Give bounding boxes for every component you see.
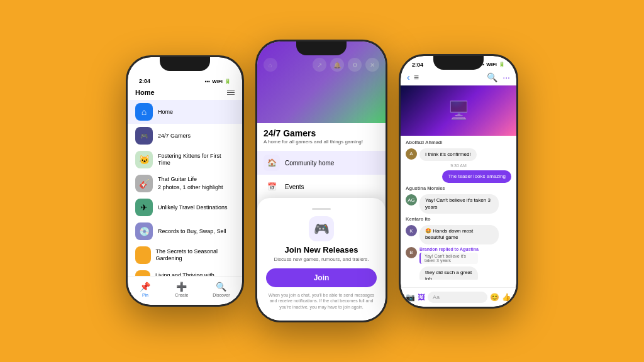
avatar-brandon: B	[406, 247, 417, 258]
msg-agustina: AG Yay! Can't believe it's taken 3 years	[406, 194, 511, 214]
phone-2-content: ⌂ ↗ 🔔 ⚙ ✕ 24/7 Gamers A home for all gam…	[257, 41, 386, 321]
p3-search-icon[interactable]: 🔍	[487, 72, 497, 82]
bubble-confirmed: I think it's confirmed!	[419, 148, 477, 161]
image-icon[interactable]: 🖼	[418, 293, 425, 302]
group-info: 24/7 Gamers A home for all gamers and al…	[257, 123, 386, 150]
emoji-icon[interactable]: 😊	[490, 293, 499, 302]
bubble-kentaro: 🤩 Hands down most beautiful game	[419, 225, 499, 244]
phone-3-content: 2:04 ▪▪▪ WiFi 🔋 ‹ ≡ 🔍 ···	[401, 56, 516, 307]
chat-input[interactable]: Aa	[428, 292, 487, 303]
sidebar-label-travel: Unlikely Travel Destinations	[158, 204, 228, 211]
gamers-icon: 🎮	[135, 127, 153, 145]
avatar-abolfazl: A	[406, 148, 417, 160]
phone-1-content: 2:04 ▪▪▪ WiFi 🔋 Home	[128, 57, 242, 305]
sidebar-item-home[interactable]: ⌂ Home	[128, 100, 242, 124]
phone-1-nav-title: Home	[135, 89, 155, 96]
bubble-brandon: they did such a great job	[419, 266, 478, 280]
gardening-icon	[135, 246, 151, 264]
sidebar-label-guitar: That Guitar Life	[158, 176, 223, 183]
camera-icon[interactable]: 📷	[406, 293, 415, 302]
community-home-icon: 🏠	[264, 155, 280, 171]
guitar-text-group: That Guitar Life 2 photos, 1 other highl…	[158, 176, 223, 191]
p3-wifi-icon: WiFi	[486, 62, 497, 67]
phone-3: 2:04 ▪▪▪ WiFi 🔋 ‹ ≡ 🔍 ···	[399, 54, 518, 309]
sidebar-item-guitar[interactable]: 🎸 That Guitar Life 2 photos, 1 other hig…	[128, 172, 242, 195]
timestamp-930: 9:30 AM	[406, 163, 511, 168]
like-icon[interactable]: 👍	[502, 293, 511, 302]
reply-author-label: Brandon replied to Agustina	[419, 247, 497, 251]
sidebar-item-records[interactable]: 💿 Records to Buy, Swap, Sell	[128, 219, 242, 243]
phone-1-notch	[160, 57, 210, 71]
avatar-agustina: AG	[406, 194, 417, 206]
hamburger-menu-icon[interactable]	[227, 90, 235, 96]
sender-name-kentaro: Kentaro Ito	[406, 216, 511, 222]
gamepad-icon: 🎮	[314, 221, 330, 236]
sidebar-item-kittens[interactable]: 🐱 Fostering Kittens for First Time	[128, 148, 242, 172]
group-name: 24/7 Gamers	[264, 128, 379, 138]
msg-abolfazl: A I think it's confirmed!	[406, 148, 511, 161]
bubble-teaser: The teaser looks amazing	[442, 170, 511, 183]
avatar-kentaro: K	[406, 225, 417, 236]
phones-container: 2:04 ▪▪▪ WiFi 🔋 Home	[0, 0, 644, 362]
modal-desc: Discuss new games, rumours, and trailers…	[266, 256, 377, 262]
modal-footer-text: When you join a chat, you'll be able to …	[266, 292, 377, 310]
chat-input-placeholder: Aa	[433, 294, 440, 300]
bubble-agustina: Yay! Can't believe it's taken 3 years	[419, 194, 499, 214]
sidebar-label-home: Home	[158, 109, 173, 116]
sidebar-item-travel[interactable]: ✈ Unlikely Travel Destinations	[128, 195, 242, 219]
p3-menu-icon[interactable]: ≡	[414, 72, 419, 82]
hero-image: 🖥️	[401, 85, 516, 136]
sidebar-label-kittens: Fostering Kittens for First Time	[158, 153, 235, 167]
modal-title: Join New Releases	[266, 245, 377, 255]
modal-drag-handle[interactable]	[312, 208, 331, 210]
tab-discover[interactable]: 🔍 Discover	[213, 282, 230, 297]
chat-input-bar: 📷 🖼 Aa 😊 👍	[401, 287, 516, 307]
group-desc: A home for all gamers and all things gam…	[264, 139, 379, 145]
back-button[interactable]: ‹	[407, 72, 410, 82]
sender-name-agustina: Agustina Morales	[406, 185, 511, 191]
phone-2-screen: ⌂ ↗ 🔔 ⚙ ✕ 24/7 Gamers A home for all gam…	[257, 41, 386, 321]
chat-messages: Abolfazl Ahmadi A I think it's confirmed…	[401, 136, 516, 280]
sender-name-abolfazl: Abolfazl Ahmadi	[406, 140, 511, 145]
p3-actions: 🔍 ···	[487, 72, 510, 82]
join-button[interactable]: Join	[266, 268, 377, 287]
pin-icon: 📌	[140, 282, 150, 292]
sidebar-list: ⌂ Home 🎮 24/7 Gamers 🐱	[128, 100, 242, 291]
create-icon: ➕	[176, 282, 187, 292]
events-icon: 📅	[264, 178, 280, 195]
modal-game-icon: 🎮	[309, 216, 334, 241]
phone-2-notch	[296, 41, 347, 55]
sidebar-label-records: Records to Buy, Swap, Sell	[158, 228, 226, 235]
p3-more-icon[interactable]: ···	[502, 72, 510, 82]
phone-1-time: 2:04	[139, 78, 150, 84]
kittens-icon: 🐱	[135, 151, 153, 168]
phone-3-notch	[433, 56, 484, 70]
tab-pin[interactable]: 📌 Pin	[140, 282, 150, 297]
tab-create[interactable]: ➕ Create	[175, 282, 188, 297]
brandon-msg-group: Brandon replied to Agustina Yay! Can't b…	[419, 247, 497, 280]
menu-item-community[interactable]: 🏠 Community home	[257, 151, 386, 175]
discover-icon: 🔍	[216, 282, 226, 292]
menu-label-community: Community home	[285, 160, 334, 167]
sidebar-item-gardening[interactable]: The Secrets to Seasonal Gardening	[128, 243, 242, 267]
phone-3-screen: 2:04 ▪▪▪ WiFi 🔋 ‹ ≡ 🔍 ···	[401, 56, 516, 307]
phone-1-bottom-tabs: 📌 Pin ➕ Create 🔍 Discover	[128, 276, 242, 305]
reply-bubble: Yay! Can't believe it's taken 3 years	[419, 253, 478, 264]
sidebar-sub-guitar: 2 photos, 1 other highlight	[158, 184, 223, 191]
phone-2: ⌂ ↗ 🔔 ⚙ ✕ 24/7 Gamers A home for all gam…	[255, 40, 387, 322]
phone-1-status-icons: ▪▪▪ WiFi 🔋	[205, 79, 231, 84]
phone-1-status-bar: 2:04 ▪▪▪ WiFi 🔋	[128, 72, 242, 86]
home-icon: ⌂	[135, 103, 153, 121]
sidebar-label-gardening: The Secrets to Seasonal Gardening	[156, 248, 235, 262]
menu-label-events: Events	[285, 184, 304, 190]
p3-battery-icon: 🔋	[499, 62, 505, 67]
tab-discover-label: Discover	[213, 293, 230, 297]
tab-pin-label: Pin	[142, 293, 148, 297]
phone-3-header: ‹ ≡ 🔍 ···	[401, 70, 516, 85]
phone-1-nav: Home	[128, 86, 242, 100]
menu-item-events[interactable]: 📅 Events	[257, 175, 386, 199]
phone-1: 2:04 ▪▪▪ WiFi 🔋 Home	[126, 55, 244, 307]
sidebar-item-gamers[interactable]: 🎮 24/7 Gamers	[128, 124, 242, 148]
wifi-icon: WiFi	[212, 79, 223, 84]
msg-kentaro: K 🤩 Hands down most beautiful game	[406, 225, 511, 244]
